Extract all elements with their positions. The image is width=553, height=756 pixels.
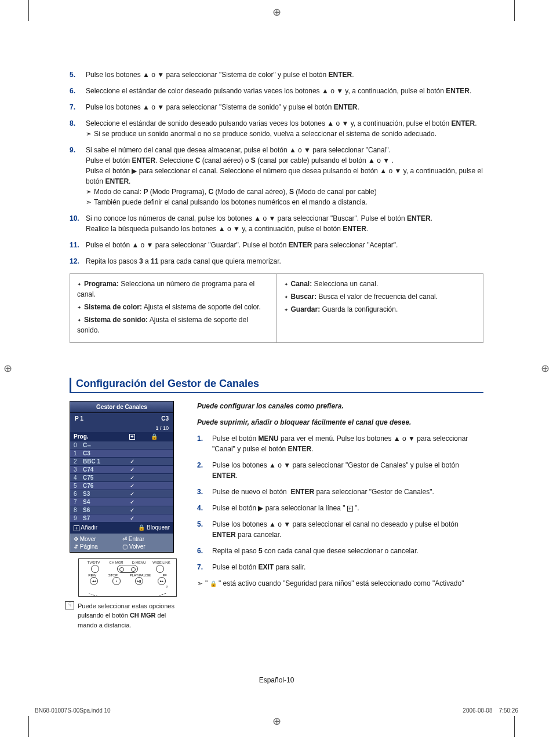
lock-icon: 🔒 (143, 433, 165, 440)
osd-screenshot: Gestor de Canales P 1 C3 1 / 10 Prog. + … (70, 401, 174, 553)
osd-help-move: ✥ Mover (74, 536, 121, 542)
osd-row: 6S3✓ (70, 490, 173, 498)
meta-filename: BN68-01007S-00Spa.indd 10 (35, 707, 111, 714)
osd-row: 1C3 (70, 449, 173, 457)
definition-item: Canal: Selecciona un canal. (284, 279, 476, 289)
osd-help-page: ⇵ Página (74, 543, 121, 550)
lock-note: " 🔒 " está activo cuando "Seguridad para… (197, 578, 483, 589)
instruction-step: 8.Seleccione el estándar de sonido desea… (70, 118, 483, 139)
osd-row: 4C75✓ (70, 473, 173, 481)
instruction-step: 4.Pulse el botón ▶ para seleccionar la l… (197, 503, 483, 513)
definition-item: Guardar: Guarda la configuración. (284, 304, 476, 315)
instruction-step: 7.Pulse el botón EXIT para salir. (197, 562, 483, 572)
osd-row: 8S6✓ (70, 506, 173, 514)
instruction-step: 5.Pulse los botones ▲ o ▼ para seleccion… (197, 519, 483, 540)
print-metadata: BN68-01007S-00Spa.indd 10 2006-08-08 7:5… (29, 707, 524, 714)
definition-item: Sistema de sonido: Ajusta el sistema de … (77, 315, 270, 335)
plus-icon: + (121, 433, 143, 440)
definition-item: Buscar: Busca el valor de frecuencia del… (284, 291, 476, 302)
remote-label-ff: FF (162, 574, 166, 577)
remote-btn-chmgr-dmenu (117, 565, 138, 573)
instruction-step: 9.Si sabe el número del canal que desea … (70, 145, 483, 207)
registration-mark-icon: ⊕ (272, 6, 281, 19)
definition-item: Programa: Selecciona un número de progra… (77, 279, 270, 300)
remote-label-p: P (79, 585, 176, 589)
instruction-step: 12.Repita los pasos 3 a 11 para cada can… (70, 256, 483, 266)
remote-label-wiselink: WISE LINK (150, 561, 173, 564)
remote-btn-tvdtv (91, 565, 99, 573)
osd-help-enter: ⏎ Entrar (122, 536, 170, 542)
instruction-step: 1.Pulse el botón MENU para ver el menú. … (197, 433, 483, 454)
osd-row: 0C-- (70, 441, 173, 449)
remote-label-stop: STOP (108, 574, 118, 577)
instruction-step: 3.Pulse de nuevo el botón ENTER para sel… (197, 487, 483, 497)
meta-time: 7:50:26 (499, 707, 518, 714)
instruction-step: 2.Pulse los botones ▲ o ▼ para seleccion… (197, 460, 483, 481)
remote-caption: ☟ Puede seleccionar estas opciones pulsa… (70, 601, 185, 630)
instruction-step: 5.Pulse los botones ▲ o ▼ para seleccion… (70, 70, 483, 80)
definition-item: Sistema de color: Ajusta el sistema de s… (77, 302, 270, 312)
remote-btn-wiselink (156, 565, 164, 573)
registration-mark-icon: ⊕ (272, 715, 281, 728)
remote-label-dmenu: D.MENU (128, 561, 150, 564)
instruction-list-right: 1.Pulse el botón MENU para ver el menú. … (197, 433, 483, 572)
osd-row: 3C74✓ (70, 465, 173, 473)
remote-btn-stop: ▪ (112, 577, 121, 585)
page-number: Español-10 (70, 676, 483, 684)
remote-label-rew: REW (88, 574, 96, 577)
osd-help-return: ▢ Volver (122, 543, 170, 550)
definitions-box: Programa: Selecciona un número de progra… (70, 273, 483, 343)
intro-line-2: Puede suprimir, añadir o bloquear fácilm… (197, 417, 483, 428)
osd-row: 9S7✓ (70, 514, 173, 522)
remote-caption-icon: ☟ (65, 601, 74, 609)
osd-action-add: + Añadir (74, 524, 97, 531)
instruction-step: 7.Pulse los botones ▲ o ▼ para seleccion… (70, 102, 483, 112)
instruction-step: 6.Seleccione el estándar de color desead… (70, 86, 483, 96)
osd-action-lock: 🔒 Bloquear (138, 524, 170, 531)
remote-btn-play: ▸▮ (135, 577, 143, 585)
meta-date: 2006-08-08 (463, 707, 492, 714)
osd-row: 2BBC 1✓ (70, 457, 173, 465)
osd-program: P 1 (75, 415, 83, 422)
remote-btn-ff: ▸▸ (158, 577, 166, 585)
osd-counter: 1 / 10 (70, 424, 173, 432)
intro-line-1: Puede configurar los canales como prefie… (197, 401, 483, 411)
osd-row: 7S4✓ (70, 498, 173, 506)
remote-label-tvdtv: TV/DTV (82, 561, 105, 564)
instruction-step: 11.Pulse el botón ▲ o ▼ para seleccionar… (70, 240, 483, 250)
osd-title: Gestor de Canales (70, 401, 173, 413)
remote-diagram: TV/DTV CH MGR D.MENU WISE LINK REW STOP … (78, 558, 177, 597)
remote-label-play: PLAY/PAUSE (129, 574, 150, 577)
osd-header-prog: Prog. (74, 433, 121, 440)
remote-label-chmgr: CH MGR (105, 561, 128, 564)
remote-btn-rew: ◂◂ (90, 577, 98, 585)
osd-row: 5C76✓ (70, 481, 173, 490)
instruction-step: 6.Repita el paso 5 con cada canal que de… (197, 546, 483, 556)
instruction-step: 10.Si no conoce los números de canal, pu… (70, 213, 483, 234)
registration-mark-icon: ⊕ (541, 362, 550, 375)
registration-mark-icon: ⊕ (3, 362, 12, 375)
section-heading: Configuración del Gestor de Canales (70, 378, 483, 393)
instruction-list-top: 5.Pulse los botones ▲ o ▼ para seleccion… (70, 70, 483, 266)
osd-channel: C3 (161, 415, 169, 422)
